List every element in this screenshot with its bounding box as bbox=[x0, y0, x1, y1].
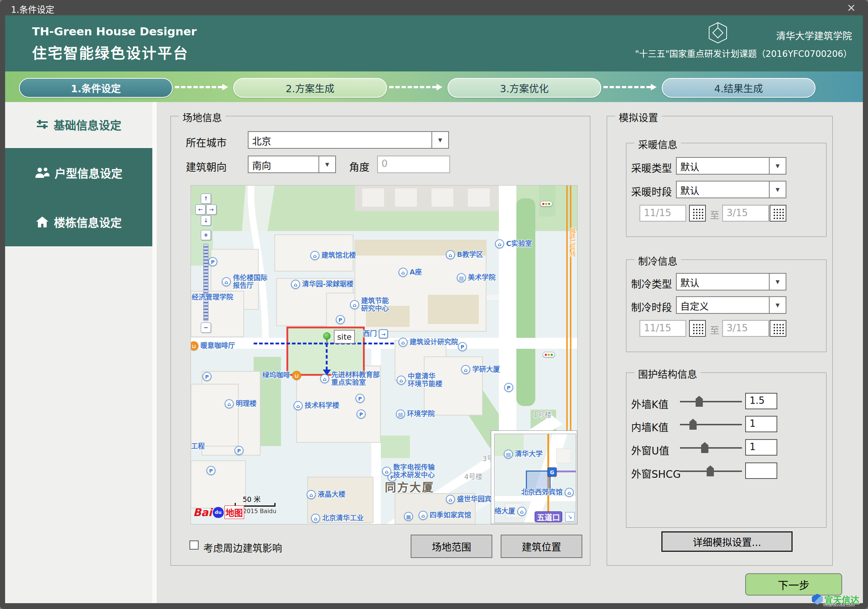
calendar-icon[interactable] bbox=[770, 205, 786, 222]
cooling-date-from-input[interactable]: 11/15 bbox=[640, 320, 686, 337]
hotel-icon: ⌂ bbox=[565, 488, 574, 497]
building-icon: ⌂ bbox=[399, 268, 408, 277]
baidu-paw-icon: du bbox=[213, 507, 224, 518]
window-u-value[interactable]: 1 bbox=[745, 439, 777, 456]
building-icon: ⌂ bbox=[495, 239, 504, 249]
bus-icon: ▦ bbox=[404, 512, 413, 521]
sidebar-divider bbox=[152, 102, 157, 603]
calendar-icon[interactable] bbox=[689, 320, 706, 337]
chevron-down-icon[interactable]: ▼ bbox=[769, 158, 786, 174]
map-poi-label: 北京西郊宾馆 bbox=[521, 488, 563, 496]
window-shcg-slider[interactable] bbox=[680, 471, 742, 472]
university-logo-icon bbox=[708, 22, 727, 44]
heating-period-label: 采暖时段 bbox=[631, 184, 672, 198]
window-shcg-label: 外窗SHCG bbox=[631, 466, 681, 481]
coffee-icon: ⊔ bbox=[191, 341, 198, 350]
app-window: 1.条件设定 × TH-Green House Designer 住宅智能绿色设… bbox=[0, 0, 868, 609]
sidebar-item-basic-info[interactable]: 基础信息设定 bbox=[5, 102, 152, 147]
window-u-slider[interactable] bbox=[680, 447, 742, 449]
step-tab-3[interactable]: 3.方案优化 bbox=[448, 78, 601, 98]
map-scale-text: 50 米 bbox=[243, 494, 260, 504]
heating-type-select[interactable]: 默认 ▼ bbox=[676, 157, 786, 175]
cooling-type-value: 默认 bbox=[677, 274, 769, 290]
site-range-button[interactable]: 场地范围 bbox=[411, 535, 492, 558]
chevron-down-icon[interactable]: ▼ bbox=[769, 274, 786, 290]
ext-wall-k-value[interactable]: 1.5 bbox=[745, 393, 777, 409]
sidebar-item-building-info[interactable]: 楼栋信息设定 bbox=[5, 197, 152, 247]
building-icon: ⌂ bbox=[350, 300, 359, 310]
cooling-title: 制冷信息 bbox=[634, 254, 681, 268]
map-poi-label: 建筑馆北楼 bbox=[321, 251, 356, 259]
parking-icon: P bbox=[504, 383, 513, 392]
map-poi-label: 清华大学 bbox=[515, 450, 542, 458]
step-tab-1[interactable]: 1.条件设定 bbox=[19, 78, 173, 98]
int-wall-k-label: 内墙K值 bbox=[631, 420, 668, 434]
cooling-date-to-input[interactable]: 3/15 bbox=[722, 320, 769, 337]
building-position-button[interactable]: 建筑位置 bbox=[501, 535, 582, 558]
window-title: 1.条件设定 bbox=[11, 3, 54, 15]
chevron-down-icon[interactable]: ▼ bbox=[769, 181, 786, 198]
heating-date-to-input[interactable]: 3/15 bbox=[722, 205, 769, 222]
map-poi-label: 明理楼 bbox=[236, 400, 257, 408]
map-poi-label: 中意清华 环境节能楼 bbox=[408, 372, 442, 388]
chevron-down-icon[interactable]: ▼ bbox=[431, 132, 448, 148]
heating-date-from-input[interactable]: 11/15 bbox=[640, 205, 686, 222]
subway-g-icon: G bbox=[548, 468, 557, 477]
school-icon: ▤ bbox=[396, 410, 405, 419]
int-wall-k-slider[interactable] bbox=[680, 424, 742, 425]
building-icon: ⌂ bbox=[310, 251, 319, 260]
cooling-type-select[interactable]: 默认 ▼ bbox=[676, 273, 786, 290]
next-step-button[interactable]: 下一步 bbox=[745, 573, 842, 595]
minimap[interactable]: ▤清华大学⌂北京西郊宾馆⌂网络大厦G 五道口 ↘ bbox=[491, 431, 577, 524]
building-icon: ⌂ bbox=[399, 338, 408, 347]
angle-input[interactable]: 0 bbox=[377, 156, 450, 173]
cooling-period-value: 自定义 bbox=[677, 297, 769, 313]
orientation-select[interactable]: 南向 ▼ bbox=[248, 156, 336, 173]
map-poi-label: 建筑节能 研究中心 bbox=[361, 297, 389, 313]
heating-period-select[interactable]: 默认 ▼ bbox=[676, 181, 786, 198]
map-poi-label: 技术科学楼 bbox=[305, 401, 339, 409]
detailed-simulation-button[interactable]: 详细模拟设置... bbox=[661, 532, 792, 552]
city-select[interactable]: 北京 ▼ bbox=[248, 131, 449, 149]
people-icon bbox=[35, 167, 50, 178]
traffic-icon bbox=[540, 201, 552, 207]
map-poi-label: C实验室 bbox=[506, 240, 532, 248]
orientation-label: 建筑朝向 bbox=[186, 159, 227, 174]
step-connector bbox=[175, 86, 222, 88]
chevron-down-icon[interactable]: ▼ bbox=[318, 157, 335, 172]
watermark-logo-icon bbox=[812, 594, 823, 604]
cooling-period-select[interactable]: 自定义 ▼ bbox=[676, 296, 786, 314]
map-poi-label: 先进材料教育部 重点实验室 bbox=[331, 371, 380, 387]
calendar-icon[interactable] bbox=[770, 320, 786, 337]
baidu-logo: Bai du 地图 bbox=[193, 505, 244, 519]
step-tab-2[interactable]: 2.方案生成 bbox=[233, 78, 387, 98]
step-bar: 1.条件设定 2.方案生成 3.方案优化 4.结果生成 bbox=[5, 71, 863, 102]
calendar-icon[interactable] bbox=[689, 205, 706, 222]
coffee-icon: ⊔ bbox=[292, 371, 301, 380]
ext-wall-k-slider[interactable] bbox=[680, 401, 742, 402]
map-poi-label: A座 bbox=[409, 268, 422, 276]
map-poi-label: 网络大厦 bbox=[494, 507, 515, 515]
sidebar-item-unit-info[interactable]: 户型信息设定 bbox=[5, 147, 152, 198]
parking-icon: P bbox=[203, 372, 212, 381]
building-icon: ⌂ bbox=[307, 490, 316, 499]
chevron-down-icon[interactable]: ▼ bbox=[769, 297, 786, 313]
city-value: 北京 bbox=[248, 132, 431, 148]
baidu-logo-map-text: 地图 bbox=[225, 505, 244, 519]
window-u-label: 外窗U值 bbox=[631, 443, 670, 457]
window-shcg-value[interactable] bbox=[745, 462, 777, 479]
watermark: 宜天信达 Yitianxinda.com bbox=[812, 593, 866, 608]
step-tab-4[interactable]: 4.结果生成 bbox=[662, 78, 815, 98]
baidu-logo-text: Bai bbox=[193, 506, 212, 519]
baidu-map[interactable]: site ↑ ← → ↓ + − ⌂建筑馆北楼⌂清华园-梁銶琚楼⌂伟伦楼国际 报… bbox=[191, 185, 578, 524]
close-icon[interactable]: × bbox=[845, 2, 858, 14]
map-poi-label: 清华园-梁銶琚楼 bbox=[302, 280, 353, 288]
watermark-url: Yitianxinda.com bbox=[823, 603, 855, 607]
minimap-expand-icon[interactable]: ↘ bbox=[565, 512, 575, 522]
int-wall-k-value[interactable]: 1 bbox=[745, 416, 777, 432]
sidebar-item-label: 户型信息设定 bbox=[55, 164, 122, 181]
building-icon: ⌂ bbox=[397, 376, 406, 385]
map-poi-label: 暖意咖啡厅 bbox=[200, 342, 235, 350]
orientation-value: 南向 bbox=[248, 157, 318, 172]
consider-surroundings-checkbox[interactable] bbox=[189, 541, 198, 550]
